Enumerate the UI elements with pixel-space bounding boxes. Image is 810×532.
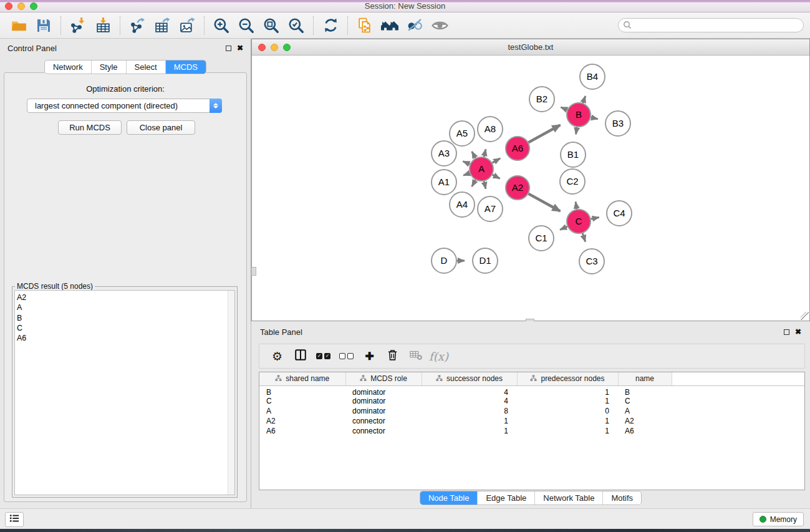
zoom-selected-button[interactable] (284, 15, 309, 36)
mcds-result-item[interactable]: A6 (17, 333, 234, 343)
table-cell[interactable]: 0 (517, 406, 618, 416)
graph-edge-A2-C[interactable] (529, 194, 561, 211)
table-cell[interactable]: A (259, 406, 345, 416)
table-cell[interactable]: C (259, 397, 345, 407)
graph-edge-C-C2[interactable] (576, 202, 577, 210)
deselect-all-button[interactable] (335, 347, 358, 365)
table-cell[interactable]: A2 (618, 416, 672, 426)
table-row[interactable]: A2connector11A2 (259, 416, 804, 426)
run-mcds-button[interactable]: Run MCDS (58, 120, 122, 135)
split-divider-handle[interactable] (251, 267, 256, 276)
delete-entry-button[interactable] (381, 347, 404, 365)
open-file-button[interactable] (6, 15, 31, 36)
table-cell[interactable]: A6 (259, 426, 345, 436)
table-cell[interactable]: 1 (422, 416, 517, 426)
table-cell[interactable]: dominator (345, 406, 422, 416)
graph-edge-B-B3[interactable] (591, 117, 598, 119)
search-input[interactable] (618, 18, 804, 32)
home-button[interactable] (377, 15, 402, 36)
zoom-window-button[interactable] (30, 2, 37, 10)
graph-edge-A-A5[interactable] (472, 152, 476, 158)
column-header[interactable]: successor nodes (422, 372, 517, 385)
tab-node-table[interactable]: Node Table (420, 491, 478, 505)
mcds-result-item[interactable]: C (17, 323, 234, 333)
graph-edge-C-C4[interactable] (591, 217, 599, 219)
export-table-button[interactable] (150, 15, 175, 36)
select-all-button[interactable]: ✓✓ (312, 347, 335, 365)
column-header[interactable]: shared name (259, 372, 345, 385)
table-settings-button[interactable]: ⚙ (266, 347, 289, 365)
add-entry-button[interactable]: ✚ (358, 347, 381, 365)
save-session-button[interactable] (31, 15, 56, 36)
graph-edge-C-C3[interactable] (582, 233, 585, 242)
refresh-button[interactable] (318, 15, 343, 36)
table-cell[interactable]: A (618, 406, 672, 416)
tab-select[interactable]: Select (126, 60, 165, 74)
graph-edge-B-B2[interactable] (561, 107, 567, 110)
graph-edge-A-A4[interactable] (472, 180, 476, 186)
show-graphics-details-button[interactable] (427, 15, 452, 36)
minimize-window-button[interactable] (17, 2, 25, 10)
tab-motifs[interactable]: Motifs (602, 491, 641, 505)
table-cell[interactable]: 4 (422, 397, 517, 407)
node-table[interactable]: shared nameMCDS rolesuccessor nodesprede… (259, 372, 804, 436)
table-cell[interactable]: connector (345, 426, 422, 436)
function-builder-button[interactable]: f(x) (427, 347, 450, 365)
graph-edge-B-B4[interactable] (583, 96, 586, 103)
zoom-fit-button[interactable] (259, 15, 284, 36)
column-header[interactable]: predecessor nodes (517, 372, 618, 385)
graph-edge-A-A2[interactable] (493, 175, 500, 178)
float-table-panel-icon[interactable] (784, 329, 789, 335)
graph-edge-B-B1[interactable] (576, 127, 577, 135)
table-cell[interactable]: B (259, 385, 345, 397)
mcds-result-item[interactable]: B (17, 313, 234, 323)
graph-edge-A-A1[interactable] (463, 173, 470, 175)
table-cell[interactable]: 8 (422, 406, 517, 416)
panel-toggle-button[interactable] (5, 512, 24, 527)
tab-edge-table[interactable]: Edge Table (477, 491, 534, 505)
mcds-result-list[interactable]: A2ABCA6 (14, 290, 235, 495)
table-row[interactable]: Adominator80A (259, 406, 804, 416)
tab-style[interactable]: Style (91, 60, 126, 74)
import-network-button[interactable] (65, 15, 90, 36)
table-cell[interactable]: 1 (517, 397, 618, 407)
table-cell[interactable]: 1 (517, 426, 618, 436)
memory-button[interactable]: Memory (753, 512, 804, 526)
graph-edge-A-A6[interactable] (492, 158, 500, 163)
hide-graphics-details-button[interactable] (402, 15, 427, 36)
table-cell[interactable]: A6 (618, 426, 672, 436)
minimize-network-window-button[interactable] (271, 44, 278, 51)
graph-edge-A-A3[interactable] (463, 162, 470, 165)
import-table-button[interactable] (90, 15, 115, 36)
graph-edge-A6-B[interactable] (529, 125, 561, 142)
tab-network[interactable]: Network (45, 60, 91, 74)
table-cell[interactable]: 4 (422, 385, 517, 397)
column-header[interactable]: name (618, 372, 672, 385)
tab-network-table[interactable]: Network Table (534, 491, 602, 505)
list-scrollbar[interactable] (228, 291, 234, 495)
node-table-container[interactable]: shared nameMCDS rolesuccessor nodesprede… (259, 372, 805, 490)
window-resize-grip[interactable] (801, 312, 809, 320)
mcds-result-item[interactable]: A (17, 302, 234, 312)
tab-mcds[interactable]: MCDS (165, 60, 206, 74)
criterion-dropdown[interactable]: largest connected component (directed) (27, 99, 222, 113)
float-panel-icon[interactable] (226, 46, 231, 51)
network-graph[interactable]: B4B2BB3A5A8A6B1A3AA1C2A4A7A2C4CC1C3DD1 (252, 56, 809, 321)
graph-edge-A-A7[interactable] (484, 181, 486, 189)
table-row[interactable]: A6connector11A6 (259, 426, 804, 436)
close-network-window-button[interactable] (258, 44, 266, 51)
open-session-button[interactable] (352, 15, 377, 36)
table-cell[interactable]: B (618, 385, 672, 397)
table-cell[interactable]: connector (345, 416, 422, 426)
close-panel-button[interactable]: Close panel (127, 120, 195, 135)
graph-edge-A-A8[interactable] (484, 149, 486, 157)
close-window-button[interactable] (5, 2, 12, 10)
export-network-button[interactable] (125, 15, 150, 36)
close-panel-icon[interactable]: ✖ (237, 45, 243, 51)
table-cell[interactable]: dominator (345, 397, 422, 407)
network-canvas[interactable]: B4B2BB3A5A8A6B1A3AA1C2A4A7A2C4CC1C3DD1 (252, 56, 809, 321)
zoom-network-window-button[interactable] (283, 44, 291, 51)
graph-edge-C-C1[interactable] (560, 226, 567, 230)
network-window-titlebar[interactable]: testGlobe.txt (252, 39, 809, 56)
table-row[interactable]: Bdominator41B (259, 385, 804, 397)
